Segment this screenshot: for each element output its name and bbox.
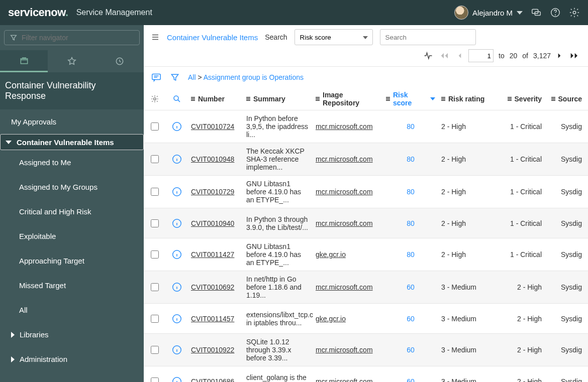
row-checkbox[interactable]: [144, 346, 166, 354]
svg-rect-5: [21, 58, 27, 63]
nav-critical-high-risk[interactable]: Critical and High Risk: [0, 199, 144, 224]
info-icon[interactable]: [166, 218, 188, 229]
col-risk-score[interactable]: Risk score: [383, 91, 438, 107]
page-input[interactable]: [468, 49, 494, 62]
nav-approaching-target[interactable]: Approaching Target: [0, 248, 144, 273]
nav-libraries[interactable]: Libraries: [0, 322, 144, 347]
help-icon[interactable]: [550, 7, 561, 18]
number-link[interactable]: CVIT0011427: [191, 250, 234, 259]
nav-assigned-to-me[interactable]: Assigned to Me: [0, 150, 144, 175]
number-link[interactable]: CVIT0010692: [191, 283, 234, 291]
number-link[interactable]: CVIT0011457: [191, 315, 234, 323]
next-page-icon[interactable]: [556, 52, 563, 60]
info-icon[interactable]: [166, 376, 188, 383]
number-link[interactable]: CVIT0010948: [191, 155, 234, 163]
col-severity[interactable]: Severity: [495, 95, 545, 103]
number-link[interactable]: CVIT0010922: [191, 346, 234, 354]
table-row[interactable]: CVIT0010686client_golang is the instrume…: [144, 366, 588, 382]
table-row[interactable]: CVIT0010729GNU Libtasn1 before 4.19.0 ha…: [144, 176, 588, 208]
info-icon[interactable]: [166, 282, 188, 293]
chat-icon[interactable]: [531, 7, 542, 18]
row-checkbox[interactable]: [144, 283, 166, 291]
pager-to: 20: [510, 52, 518, 60]
repo-link[interactable]: mcr.microsoft.com: [316, 155, 373, 163]
nav-tabs: [0, 50, 144, 72]
info-icon[interactable]: [166, 154, 188, 165]
nav-missed-target[interactable]: Missed Target: [0, 273, 144, 298]
info-icon[interactable]: [166, 249, 188, 260]
col-source[interactable]: Source: [545, 95, 585, 103]
table-row[interactable]: CVIT0011427GNU Libtasn1 before 4.19.0 ha…: [144, 238, 588, 271]
filter-navigator[interactable]: [4, 30, 140, 45]
search-input[interactable]: [380, 29, 476, 45]
number-link[interactable]: CVIT0010940: [191, 219, 234, 227]
table-row[interactable]: CVIT0011457extensions/libxt_tcp.c in ipt…: [144, 304, 588, 334]
nav-tab-fav[interactable]: [48, 50, 95, 72]
comment-icon[interactable]: [151, 72, 162, 83]
crumb-all[interactable]: All: [188, 73, 196, 81]
number-link[interactable]: CVIT0010724: [191, 122, 234, 131]
table-row[interactable]: CVIT0010940In Python 3 through 3.9.0, th…: [144, 208, 588, 238]
search-icon[interactable]: [172, 94, 181, 103]
filter-funnel-icon[interactable]: [170, 72, 180, 82]
number-link[interactable]: CVIT0010686: [191, 377, 234, 383]
rating-cell: 2 - High: [438, 155, 495, 163]
gear-icon[interactable]: [569, 7, 580, 18]
last-page-icon[interactable]: [568, 52, 581, 60]
crumb-filter[interactable]: Assignment group is Operations: [204, 73, 304, 81]
row-checkbox[interactable]: [144, 122, 166, 131]
search-field-select[interactable]: Risk score: [295, 29, 373, 45]
repo-link[interactable]: mcr.microsoft.com: [316, 346, 373, 354]
source-cell: Sysdig: [545, 155, 585, 163]
row-checkbox[interactable]: [144, 188, 166, 196]
user-menu[interactable]: Alejandro M: [454, 6, 523, 20]
chevron-right-icon: [11, 356, 15, 362]
repo-link[interactable]: mcr.microsoft.com: [316, 188, 373, 196]
gear-icon[interactable]: [150, 94, 159, 103]
repo-link[interactable]: mcr.microsoft.com: [316, 283, 373, 291]
sort-icon: [246, 96, 250, 101]
row-checkbox[interactable]: [144, 250, 166, 259]
col-number[interactable]: Number: [188, 95, 243, 103]
repo-link[interactable]: gke.gcr.io: [316, 315, 346, 323]
table-row[interactable]: CVIT0010948The Keccak XKCP SHA-3 referen…: [144, 143, 588, 176]
chevron-down-icon: [6, 141, 12, 144]
info-icon[interactable]: [166, 121, 188, 132]
nav-tab-all[interactable]: [0, 50, 48, 72]
row-checkbox[interactable]: [144, 377, 166, 383]
row-checkbox[interactable]: [144, 315, 166, 323]
repo-link[interactable]: mcr.microsoft.com: [316, 219, 373, 227]
repo-link[interactable]: mcr.microsoft.com: [316, 377, 373, 383]
nav-assigned-to-my-groups[interactable]: Assigned to My Groups: [0, 175, 144, 199]
info-icon[interactable]: [166, 313, 188, 324]
prev-page-icon[interactable]: [456, 52, 463, 60]
repo-link[interactable]: mcr.microsoft.com: [316, 122, 373, 131]
activity-icon[interactable]: [423, 51, 433, 61]
pager: to 20 of 3,127: [423, 49, 581, 62]
table-row[interactable]: CVIT0010724In Python before 3,9,5, the i…: [144, 110, 588, 143]
source-cell: Sysdig: [545, 250, 585, 259]
col-image-repository[interactable]: Image Repository: [313, 91, 383, 107]
table-row[interactable]: CVIT0010692In net/http in Go before 1.18…: [144, 271, 588, 304]
nav-tab-history[interactable]: [96, 50, 144, 72]
number-link[interactable]: CVIT0010729: [191, 188, 234, 196]
col-risk-rating[interactable]: Risk rating: [438, 95, 495, 103]
row-checkbox[interactable]: [144, 155, 166, 163]
nav-all[interactable]: All: [0, 298, 144, 322]
filter-input[interactable]: [22, 34, 134, 42]
source-cell: Sysdig: [545, 346, 585, 354]
search-label: Search: [265, 33, 287, 41]
first-page-icon[interactable]: [438, 52, 451, 60]
repo-link[interactable]: gke.gcr.io: [316, 250, 346, 259]
nav-administration[interactable]: Administration: [0, 347, 144, 371]
nav-my-approvals[interactable]: My Approvals: [0, 109, 144, 134]
info-icon[interactable]: [166, 344, 188, 355]
summary-cell: extensions/libxt_tcp.c in iptables throu…: [243, 311, 313, 327]
row-checkbox[interactable]: [144, 219, 166, 227]
col-summary[interactable]: Summary: [243, 95, 313, 103]
table-row[interactable]: CVIT0010922SQLite 1.0.12 through 3.39.x …: [144, 334, 588, 366]
nav-container-vulnerable-items[interactable]: Container Vulnerable Items: [0, 134, 144, 150]
info-icon[interactable]: [166, 186, 188, 197]
nav-exploitable[interactable]: Exploitable: [0, 224, 144, 248]
menu-icon[interactable]: [151, 33, 160, 42]
